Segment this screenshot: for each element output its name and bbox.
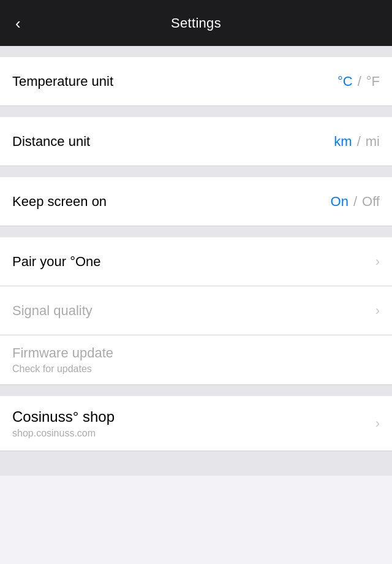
back-button[interactable]: ‹ (12, 12, 24, 34)
keep-screen-on-row[interactable]: Keep screen on On / Off (0, 177, 392, 226)
pair-your-one-label: Pair your °One (12, 254, 101, 270)
cosinuss-shop-label: Cosinuss° shop (12, 408, 115, 425)
pair-chevron-icon: › (375, 254, 380, 270)
header: ‹ Settings (0, 0, 392, 46)
section-gap-distance (0, 106, 392, 117)
header-title: Settings (171, 15, 221, 31)
signal-quality-label: Signal quality (12, 303, 92, 319)
keep-screen-on-label: Keep screen on (12, 194, 107, 210)
temperature-separator: / (358, 74, 361, 90)
distance-unit-label: Distance unit (12, 134, 90, 150)
distance-separator: / (357, 134, 361, 150)
signal-quality-row[interactable]: Signal quality › (0, 286, 392, 335)
screen-inactive-value[interactable]: Off (362, 194, 380, 210)
temperature-unit-row[interactable]: Temperature unit °C / °F (0, 57, 392, 106)
temperature-inactive-value[interactable]: °F (366, 74, 380, 90)
pair-your-one-row[interactable]: Pair your °One › (0, 237, 392, 286)
temperature-unit-value[interactable]: °C / °F (337, 74, 380, 90)
bottom-spacer (0, 451, 392, 476)
firmware-update-sublabel: Check for updates (12, 364, 380, 375)
screen-active-value[interactable]: On (331, 194, 349, 210)
temperature-active-value[interactable]: °C (337, 74, 353, 90)
distance-active-value[interactable]: km (334, 134, 352, 150)
temperature-unit-label: Temperature unit (12, 74, 113, 90)
signal-chevron-icon: › (375, 303, 380, 319)
distance-inactive-value[interactable]: mi (366, 134, 380, 150)
firmware-update-row[interactable]: Firmware update Check for updates (0, 335, 392, 385)
firmware-update-label: Firmware update (12, 345, 380, 361)
cosinuss-shop-row[interactable]: Cosinuss° shop shop.cosinuss.com › (0, 396, 392, 451)
distance-unit-value[interactable]: km / mi (334, 134, 380, 150)
keep-screen-on-value[interactable]: On / Off (331, 194, 380, 210)
cosinuss-shop-sublabel: shop.cosinuss.com (12, 428, 115, 439)
distance-unit-row[interactable]: Distance unit km / mi (0, 117, 392, 166)
section-gap-screen (0, 166, 392, 177)
section-gap-shop (0, 385, 392, 396)
section-gap-temperature (0, 46, 392, 57)
screen-separator: / (353, 194, 357, 210)
shop-chevron-icon: › (375, 416, 380, 432)
section-gap-pair (0, 226, 392, 237)
